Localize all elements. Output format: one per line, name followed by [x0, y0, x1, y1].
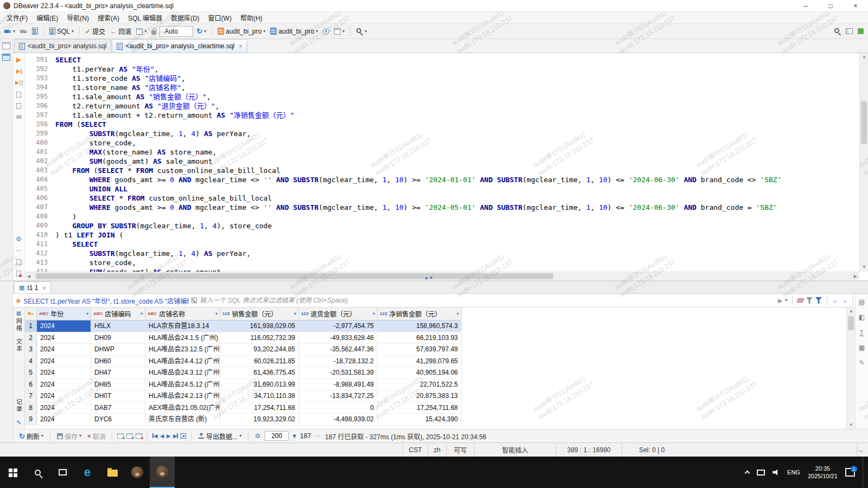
column-header[interactable]: ABC年份▾: [37, 307, 91, 320]
table-row[interactable]: 52024DH47HLA唯品会24.3.12 (广州)61,436,775.45…: [25, 367, 846, 379]
tab-analysis-cleartime-sql[interactable]: <audit_bi_pro> analysis_cleartime.sql ×: [112, 39, 247, 53]
dropdown-icon[interactable]: ▾: [204, 29, 206, 34]
table-cell[interactable]: 2024: [37, 367, 91, 379]
table-cell[interactable]: 20,875,383.13: [378, 390, 462, 402]
dropdown-icon[interactable]: ▾: [239, 434, 241, 438]
scroll-down-icon[interactable]: ▼: [862, 265, 866, 269]
table-cell[interactable]: 158,960,574.3: [378, 320, 462, 332]
save-filter-icon[interactable]: [815, 297, 822, 304]
row-number-cell[interactable]: 4: [25, 356, 37, 368]
results-vertical-scrollbar[interactable]: ▲ ▼: [846, 307, 855, 429]
scroll-down-icon[interactable]: ▼: [849, 422, 853, 427]
connect-button[interactable]: ▾: [3, 27, 17, 35]
more-actions-icon[interactable]: ⋯: [15, 247, 23, 254]
table-cell[interactable]: AEX唯品会21.05.02(广州): [145, 402, 220, 414]
dropdown-icon[interactable]: ▾: [144, 29, 146, 34]
maximize-button[interactable]: □: [818, 0, 843, 11]
network-icon[interactable]: [757, 470, 765, 476]
table-row[interactable]: 62024DH85HLA唯品会24.5.12 (广州)31,690,013.99…: [25, 379, 846, 391]
row-number-cell[interactable]: 5: [25, 367, 37, 379]
references-panel-icon[interactable]: ✎: [859, 359, 864, 367]
cancel-button[interactable]: ×取消: [86, 431, 107, 442]
sql-editor-button[interactable]: SQL▾: [48, 27, 75, 36]
schema-selector[interactable]: audit_bi_pro▾: [269, 27, 320, 36]
table-cell[interactable]: DH60: [91, 356, 145, 368]
column-dropdown-icon[interactable]: ▾: [373, 311, 375, 316]
new-sql-editor-button[interactable]: [30, 27, 40, 36]
table-cell[interactable]: 34,710,110.38: [220, 390, 299, 402]
result-settings-gear-icon[interactable]: ⚙: [253, 432, 262, 440]
table-cell[interactable]: 2024: [37, 379, 91, 391]
next-row-icon[interactable]: ▶: [167, 433, 170, 439]
table-cell[interactable]: 161,938,029.05: [220, 320, 299, 332]
splitter-handle[interactable]: ▲▼: [424, 275, 434, 280]
editor-horizontal-scrollbar[interactable]: ◀ ▶: [25, 272, 859, 280]
table-cell[interactable]: 22,701,522.5: [378, 379, 462, 391]
first-row-icon[interactable]: ◀: [152, 433, 157, 439]
column-dropdown-icon[interactable]: ▾: [215, 311, 218, 316]
row-number-cell[interactable]: 7: [25, 390, 37, 402]
save-button[interactable]: 保存▾: [55, 431, 83, 442]
taskbar-clock[interactable]: 20:35 2025/10/21: [808, 465, 838, 480]
column-dropdown-icon[interactable]: ▾: [457, 311, 459, 316]
custom-filter-icon[interactable]: ◈: [16, 297, 21, 304]
table-cell[interactable]: 61,436,775.45: [220, 367, 299, 379]
row-number-cell[interactable]: 2: [25, 332, 37, 344]
table-cell[interactable]: DH47: [91, 367, 145, 379]
quick-search-button[interactable]: [832, 27, 843, 36]
more-icon[interactable]: ⋯: [314, 432, 320, 440]
table-row[interactable]: 72024DH0THLA唯品会24.2.13 (广州)34,710,110.38…: [25, 390, 846, 402]
menu-item[interactable]: 数据库(D): [167, 12, 204, 23]
dbeaver-pinned-button[interactable]: [125, 457, 150, 488]
last-row-icon[interactable]: ▶: [173, 433, 178, 439]
results-tab[interactable]: ▦ t1 1 ×: [14, 281, 51, 293]
table-cell[interactable]: 17,254,711.68: [378, 402, 462, 414]
minimize-button[interactable]: –: [793, 0, 818, 11]
filter-settings-icon[interactable]: [806, 297, 813, 304]
error-log-icon[interactable]: [15, 269, 23, 277]
dropdown-icon[interactable]: ▾: [72, 29, 74, 34]
file-explorer-button[interactable]: [100, 457, 125, 488]
sql-code-editor[interactable]: 391SELECT392 t1.perYear AS "年份",393 t1.s…: [25, 53, 859, 272]
table-cell[interactable]: 40,905,194.06: [378, 367, 462, 379]
table-cell[interactable]: DH85: [91, 379, 145, 391]
focus-row-icon[interactable]: [181, 433, 186, 439]
edit-mode-icon[interactable]: ✎: [16, 419, 21, 426]
rollback-button[interactable]: ←回滚: [108, 25, 133, 37]
show-desktop-button[interactable]: [863, 457, 866, 488]
table-cell[interactable]: HLA唯品会24.3.12 (广州): [145, 367, 220, 379]
database-selector[interactable]: audit_bi_pro▾: [216, 27, 267, 36]
filter-input[interactable]: [200, 295, 775, 306]
table-row[interactable]: 32024DHWPHLA唯品会23.12.5 (广州)93,202,244.85…: [25, 344, 846, 356]
scroll-up-icon[interactable]: ▲: [862, 54, 866, 59]
menu-item[interactable]: SQL 编辑器: [124, 12, 167, 23]
start-button[interactable]: [0, 457, 25, 488]
database-navigator-icon[interactable]: [2, 54, 10, 61]
row-number-cell[interactable]: 8: [25, 402, 37, 414]
mail-export-icon[interactable]: ✉: [15, 113, 23, 121]
dbeaver-active-button[interactable]: [150, 457, 175, 488]
row-number-cell[interactable]: 1: [25, 320, 37, 332]
table-cell[interactable]: DH09: [91, 332, 145, 344]
table-cell[interactable]: 2024: [37, 344, 91, 356]
refresh-mode-button[interactable]: ↻▾: [195, 27, 208, 36]
perspective-button[interactable]: [844, 27, 854, 35]
menu-item[interactable]: 导航(N): [62, 12, 93, 23]
delete-row-icon[interactable]: [136, 433, 142, 439]
table-cell[interactable]: HLA京东自营18.3.14: [145, 320, 220, 332]
close-button[interactable]: ×: [843, 0, 868, 11]
fetch-size-input[interactable]: [265, 431, 289, 441]
table-cell[interactable]: HLA唯品会24.4.12 (广州): [145, 356, 220, 368]
execute-statement-icon[interactable]: [15, 56, 23, 64]
table-cell[interactable]: DAB7: [91, 402, 145, 414]
table-cell[interactable]: -4,498,939.02: [299, 414, 378, 426]
menu-item[interactable]: 帮助(H): [236, 12, 267, 23]
table-cell[interactable]: -2,977,454.75: [299, 320, 378, 332]
duplicate-row-icon[interactable]: [126, 433, 133, 439]
query-history-button[interactable]: [321, 27, 331, 36]
table-cell[interactable]: -18,728,132.2: [299, 356, 378, 368]
load-plan-icon[interactable]: [15, 102, 23, 110]
table-cell[interactable]: 93,202,244.85: [220, 344, 299, 356]
dropdown-icon[interactable]: ▾: [316, 29, 318, 34]
table-cell[interactable]: -35,562,447.36: [299, 344, 378, 356]
